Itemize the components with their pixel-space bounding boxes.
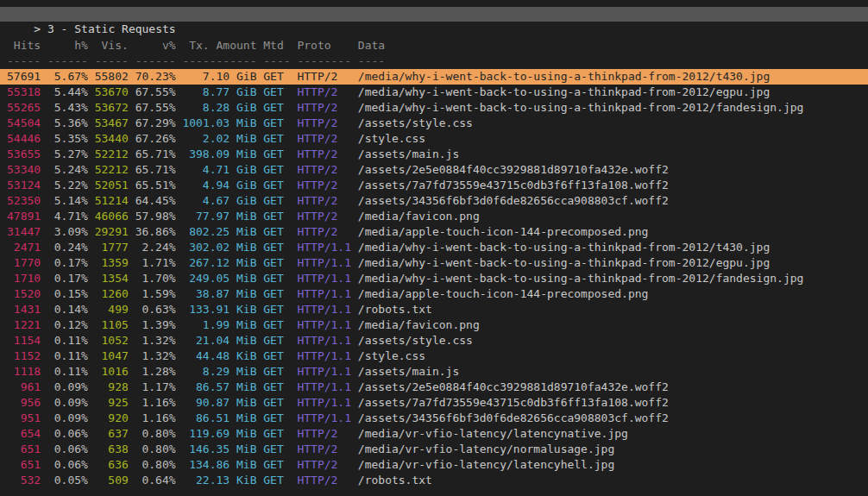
- cell-mtd: GET: [263, 286, 290, 302]
- cell-mtd: GET: [263, 302, 290, 317]
- table-row[interactable]: 17700.17%13591.71%267.12 MiBGETHTTP/1.1/…: [0, 255, 868, 271]
- table-row[interactable]: 552655.43%5367267.55%8.28 GiBGETHTTP/2/m…: [0, 100, 868, 116]
- cell-mtd: GET: [263, 209, 290, 224]
- cell-proto: HTTP/2: [297, 100, 351, 116]
- cell-vis: 499: [95, 302, 129, 317]
- cell-hits: 53124: [7, 178, 41, 193]
- cell-tx: 4.94 GiB: [182, 178, 256, 193]
- cell-vis: 1359: [95, 255, 129, 271]
- cell-hits: 53340: [7, 162, 41, 178]
- table-row[interactable]: 553185.44%5367067.55%8.77 GiBGETHTTP/2/m…: [0, 85, 868, 100]
- cell-proto: HTTP/1.1: [297, 286, 351, 302]
- cell-v_pct: 1.32%: [135, 348, 176, 364]
- table-row[interactable]: 9510.09%9201.16%86.51 MiBGETHTTP/1.1/ass…: [0, 411, 868, 426]
- cell-proto: HTTP/2: [297, 131, 351, 147]
- table-row[interactable]: 6540.06%6370.80%119.69 MiBGETHTTP/2/medi…: [0, 426, 868, 442]
- table-row[interactable]: 536555.27%5221265.71%398.09 MiBGETHTTP/2…: [0, 147, 868, 162]
- cell-v_pct: 70.23%: [135, 69, 176, 85]
- cell-data: /media/apple-touch-icon-144-precomposed.…: [358, 286, 868, 302]
- cell-mtd: GET: [263, 442, 290, 457]
- cell-v_pct: 67.26%: [135, 131, 176, 147]
- cell-h_pct: 3.09%: [47, 224, 88, 240]
- table-row[interactable]: 5320.05%5090.64%22.13 KiBGETHTTP/2/robot…: [0, 473, 868, 488]
- cell-hits: 53655: [7, 147, 41, 162]
- table-row[interactable]: 11520.11%10471.32%44.48 KiBGETHTTP/1.1/s…: [0, 348, 868, 364]
- cell-h_pct: 0.09%: [47, 411, 88, 426]
- cell-tx: 4.67 GiB: [182, 193, 256, 209]
- table-row[interactable]: 314473.09%2929136.86%802.25 MiBGETHTTP/2…: [0, 224, 868, 240]
- cell-tx: 119.69 MiB: [182, 426, 256, 442]
- cell-hits: 47891: [7, 209, 41, 224]
- cell-h_pct: 5.43%: [47, 100, 88, 116]
- cell-vis: 1016: [95, 364, 129, 380]
- table-row[interactable]: 14310.14%4990.63%133.91 KiBGETHTTP/1.1/r…: [0, 302, 868, 317]
- cell-vis: 1260: [95, 286, 129, 302]
- cell-v_pct: 1.16%: [135, 395, 176, 411]
- cell-data: /assets/2e5e0884f40cc3929881d89710fa432e…: [358, 380, 868, 395]
- cell-proto: HTTP/1.1: [297, 333, 351, 348]
- cell-h_pct: 0.24%: [47, 240, 88, 255]
- cell-v_pct: 1.70%: [135, 271, 176, 286]
- table-row[interactable]: 17100.17%13541.70%249.05 MiBGETHTTP/1.1/…: [0, 271, 868, 286]
- cell-v_pct: 64.45%: [135, 193, 176, 209]
- table-row[interactable]: 545045.36%5346767.29%1001.03 MiBGETHTTP/…: [0, 116, 868, 131]
- table-row[interactable]: 9610.09%9281.17%86.57 MiBGETHTTP/1.1/ass…: [0, 380, 868, 395]
- cell-data: /media/vr-vfio-latency/normalusage.jpg: [358, 442, 868, 457]
- cell-h_pct: 0.11%: [47, 333, 88, 348]
- panel-header-static-requests[interactable]: > 3 - Static Requests: [0, 7, 868, 22]
- cell-h_pct: 0.06%: [47, 457, 88, 473]
- cell-data: /robots.txt: [358, 302, 868, 317]
- cell-mtd: GET: [263, 317, 290, 333]
- cell-h_pct: 0.17%: [47, 255, 88, 271]
- table-row[interactable]: 523505.14%5121464.45%4.67 GiBGETHTTP/2/a…: [0, 193, 868, 209]
- cell-h_pct: 5.27%: [47, 147, 88, 162]
- cell-tx: 267.12 MiB: [182, 255, 256, 271]
- cell-v_pct: 65.51%: [135, 178, 176, 193]
- column-underline-h_pct: ------: [47, 53, 88, 69]
- cell-data: /assets/34356f6bf3d0f6de82656cca908803cf…: [358, 193, 868, 209]
- cell-tx: 7.10 GiB: [182, 69, 256, 85]
- cell-v_pct: 0.80%: [135, 442, 176, 457]
- table-row[interactable]: 24710.24%17772.24%302.02 MiBGETHTTP/1.1/…: [0, 240, 868, 255]
- cell-vis: 1047: [95, 348, 129, 364]
- table-row-selected[interactable]: 576915.67%5580270.23%7.10 GiBGETHTTP/2/m…: [0, 69, 868, 85]
- column-header-data: Data: [358, 38, 868, 53]
- cell-proto: HTTP/1.1: [297, 317, 351, 333]
- cell-tx: 1.99 MiB: [182, 317, 256, 333]
- table-row[interactable]: 544465.35%5344067.26%2.02 MiBGETHTTP/2/s…: [0, 131, 868, 147]
- cell-v_pct: 0.64%: [135, 473, 176, 488]
- terminal-screen: > 3 - Static Requests Hitsh%Vis.v%Tx. Am…: [0, 0, 868, 496]
- cell-data: /media/favicon.png: [358, 317, 868, 333]
- table-row[interactable]: 11540.11%10521.32%21.04 MiBGETHTTP/1.1/a…: [0, 333, 868, 348]
- table-row[interactable]: 12210.12%11051.39%1.99 MiBGETHTTP/1.1/me…: [0, 317, 868, 333]
- cell-hits: 57691: [7, 69, 41, 85]
- cell-hits: 651: [7, 442, 41, 457]
- column-underline-hits: -----: [7, 53, 41, 69]
- column-header-proto: Proto: [297, 38, 351, 53]
- cell-hits: 55265: [7, 100, 41, 116]
- table-row[interactable]: 11180.11%10161.28%8.29 MiBGETHTTP/1.1/as…: [0, 364, 868, 380]
- cell-data: /media/why-i-went-back-to-using-a-thinkp…: [358, 271, 868, 286]
- table-row[interactable]: 533405.24%5221265.71%4.71 GiBGETHTTP/2/a…: [0, 162, 868, 178]
- table-row[interactable]: 15200.15%12601.59%38.87 MiBGETHTTP/1.1/m…: [0, 286, 868, 302]
- cell-vis: 53672: [95, 100, 129, 116]
- cell-tx: 4.71 GiB: [182, 162, 256, 178]
- cell-proto: HTTP/1.1: [297, 395, 351, 411]
- cell-data: /media/why-i-went-back-to-using-a-thinkp…: [358, 69, 868, 85]
- cell-proto: HTTP/2: [297, 69, 351, 85]
- cell-hits: 951: [7, 411, 41, 426]
- table-row[interactable]: 6510.06%6380.80%146.35 MiBGETHTTP/2/medi…: [0, 442, 868, 457]
- table-row[interactable]: 6510.06%6360.80%134.86 MiBGETHTTP/2/medi…: [0, 457, 868, 473]
- cell-mtd: GET: [263, 69, 290, 85]
- cell-vis: 53440: [95, 131, 129, 147]
- cell-vis: 928: [95, 380, 129, 395]
- cell-mtd: GET: [263, 473, 290, 488]
- cell-tx: 21.04 MiB: [182, 333, 256, 348]
- column-header-h_pct: h%: [47, 38, 88, 53]
- cell-v_pct: 0.63%: [135, 302, 176, 317]
- cell-data: /robots.txt: [358, 473, 868, 488]
- cell-data: /assets/main.js: [358, 364, 868, 380]
- table-row[interactable]: 478914.71%4606657.98%77.97 MiBGETHTTP/2/…: [0, 209, 868, 224]
- table-row[interactable]: 531245.22%5205165.51%4.94 GiBGETHTTP/2/a…: [0, 178, 868, 193]
- table-row[interactable]: 9560.09%9251.16%90.87 MiBGETHTTP/1.1/ass…: [0, 395, 868, 411]
